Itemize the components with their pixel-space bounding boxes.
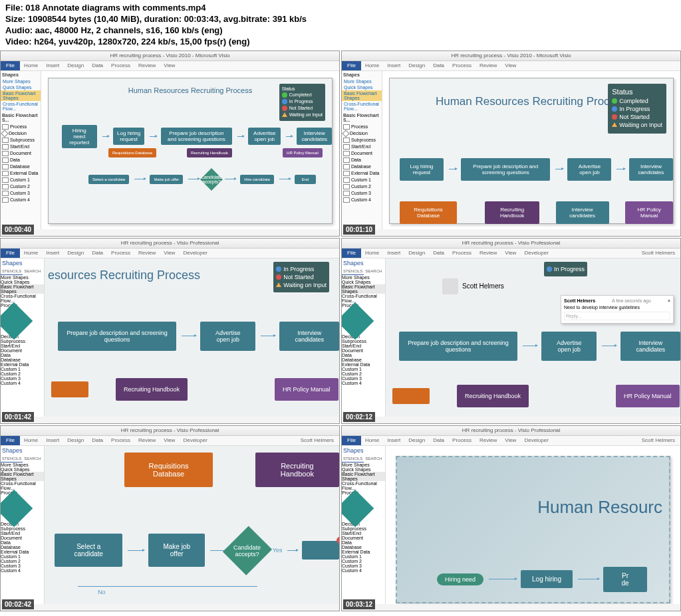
shapes-panel[interactable]: Shapes More Shapes Quick Shapes Basic Fl… xyxy=(1,71,41,229)
ribbon[interactable]: FileHomeInsertDesignDataProcessReviewVie… xyxy=(1,61,339,71)
shapes-panel[interactable]: Shapes STENCILSSEARCH More Shapes Quick … xyxy=(1,446,45,604)
shapes-panel[interactable]: Shapes STENCILSSEARCH More Shapes Quick … xyxy=(342,258,386,417)
thumb-4: HR recruiting process - Visio Profession… xyxy=(341,238,681,424)
thumb-6: HR recruiting process - Visio Profession… xyxy=(341,425,681,611)
x-icon xyxy=(337,537,339,544)
shapes-panel[interactable]: Shapes More Shapes Quick Shapes Basic Fl… xyxy=(342,71,382,229)
window-title: HR recruiting process - Visio 2010 - Mic… xyxy=(1,51,339,61)
thumb-1: HR recruiting process - Visio 2010 - Mic… xyxy=(0,51,340,237)
thumbnail-grid: HR recruiting process - Visio 2010 - Mic… xyxy=(0,51,681,611)
comment-author: Scott Helmers xyxy=(442,278,504,294)
comment-popup[interactable]: Scott HelmersA few seconds ago× Need to … xyxy=(561,295,674,324)
shapes-panel[interactable]: Shapes STENCILSSEARCH More Shapes Quick … xyxy=(1,258,45,417)
thumb-3: HR recruiting process - Visio Profession… xyxy=(0,238,340,424)
reply-input[interactable]: Reply... xyxy=(564,312,670,320)
thumb-5: HR recruiting process - Visio Profession… xyxy=(0,425,340,611)
media-info: File: 018 Annotate diagrams with comment… xyxy=(0,0,681,51)
status-legend: StatusCompletedIn ProgressNot StartedWai… xyxy=(279,84,325,121)
close-icon[interactable]: × xyxy=(668,298,670,303)
avatar-icon xyxy=(442,278,458,294)
canvas[interactable]: StatusCompletedIn ProgressNot StartedWai… xyxy=(41,71,339,229)
shapes-panel[interactable]: Shapes STENCILSSEARCH More Shapes Quick … xyxy=(342,446,386,604)
timecode: 00:00:40 xyxy=(2,225,34,235)
thumb-2: HR recruiting process - Visio 2010 - Mic… xyxy=(341,51,681,237)
